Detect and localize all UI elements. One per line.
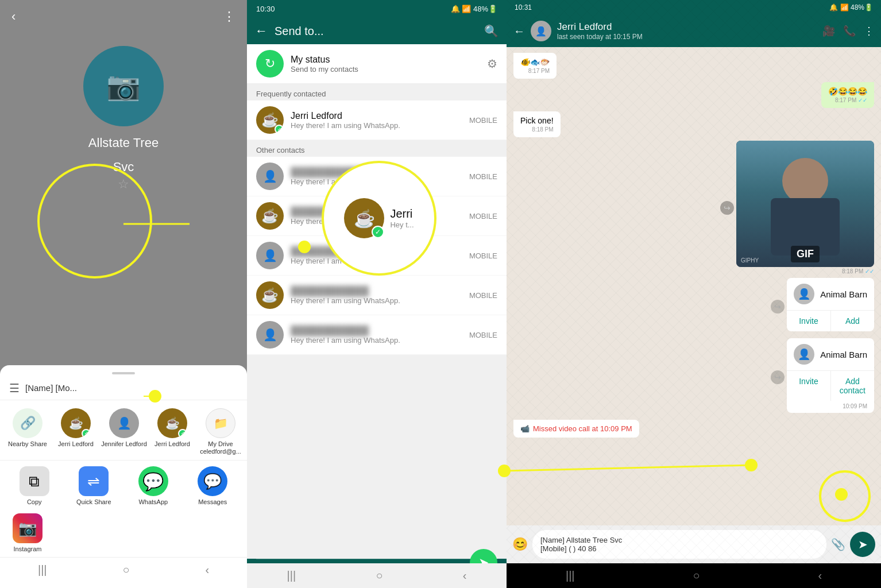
more-options-button[interactable]: ⋮ [223,9,235,24]
chat-header: ← 👤 Jerri Ledford last seen today at 10:… [507,15,881,47]
jennifer-label: Jennifer Ledford [101,440,147,448]
msg-bubble-fish: 🐠🐟🐡 8:17 PM [513,53,557,79]
jerri-info: Jerri Ledford Hey there! I am using What… [291,111,469,130]
contact-row-5[interactable]: 👤 ████████████ Hey there! I am using Wha… [247,315,507,355]
contact-name: Allstate Tree [88,136,159,150]
contact-info-4: ████████████ Hey there! I am using Whats… [291,286,469,305]
messages-app[interactable]: 💬 Messages [190,466,235,505]
add-contact-button[interactable]: Add contact [831,371,874,401]
contact-row-jerri[interactable]: ☕ ✓ Jerri Ledford Hey there! I am using … [247,100,507,140]
sheet-handle [112,372,135,374]
quickshare-label: Quick Share [76,498,111,505]
msg-gif-container: ↪ GIF GIPHY 8:18 PM ✓✓ [736,141,874,274]
add-button[interactable]: Add [831,311,874,331]
card2-buttons: Invite Add contact [787,371,874,401]
gif-checks: ✓✓ [865,268,874,274]
msg-laugh-time: 8:17 PM ✓✓ [828,97,867,103]
invite-button[interactable]: Invite [787,311,830,331]
nav-back-icon[interactable]: ‹ [818,569,822,582]
contact-avatar[interactable]: 👤 [531,21,551,41]
quickshare-app[interactable]: ⇌ Quick Share [71,466,117,505]
sheet-header: ☰ [Name] [Mo... [0,381,247,400]
jerri-sub: Hey there! I am using WhatsApp. [291,121,469,130]
msg-contact-card-1: ↪ 👤 Animal Barn Invite Add [513,278,874,335]
contacts-row: 🔗 Nearby Share ☕ ✓ Jerri Ledford 👤 Jenni… [0,400,247,458]
jerri-mag-check-badge: ✓ [372,226,384,238]
contact-name: Jerri Ledford [557,21,817,33]
nav-menu-icon[interactable]: ||| [38,563,47,577]
copy-label: Copy [27,498,42,505]
animal-barn-card-1: 👤 Animal Barn Invite Add [787,278,874,331]
mobile-4: MOBILE [469,291,497,300]
jerri-mobile: MOBILE [469,116,497,125]
nav-back-icon[interactable]: ‹ [463,569,467,582]
missed-call-icon: 📹 [520,424,530,433]
search-button[interactable]: 🔍 [484,24,499,38]
panel-chat: 10:31 🔔 📶 48%🔋 ← 👤 Jerri Ledford last se… [507,0,881,588]
share-contact-jennifer[interactable]: 👤 Jennifer Ledford [101,408,147,455]
share-contact-jerri[interactable]: ☕ ✓ Jerri Ledford [53,408,99,455]
settings-icon[interactable]: ⚙ [487,57,497,71]
contact-row-4[interactable]: ☕ ████████████ Hey there! I am using Wha… [247,276,507,315]
contact-name-5: ████████████ [291,326,469,336]
msg-laugh: 🤣😂😂😂 8:17 PM ✓✓ [513,82,874,108]
more-options-icon[interactable]: ⋮ [864,25,874,37]
favorite-icon[interactable]: ☆ [118,177,129,192]
attach-icon[interactable]: 📎 [831,537,845,551]
contact-avatar-3: 👤 [256,242,284,269]
contact-name-4: ████████████ [291,286,469,296]
jerri-mag-avatar: ☕ ✓ [344,198,384,238]
emoji-icon[interactable]: 😊 [512,537,528,552]
contact-status: last seen today at 10:15 PM [557,33,817,41]
back-button[interactable]: ‹ [11,9,16,24]
back-button[interactable]: ← [513,25,525,38]
contact-info: Jerri Ledford last seen today at 10:15 P… [557,21,817,41]
status-icons: 🔔 📶 48%🔋 [829,3,873,11]
nav-menu-icon[interactable]: ||| [287,569,296,582]
share-icon-card1[interactable]: ↪ [771,300,785,314]
nav-home-icon[interactable]: ○ [693,569,700,582]
share-icon-card2[interactable]: ↪ [771,370,785,384]
missed-call-label: Missed video call at 10:09 PM [533,424,632,433]
video-call-icon[interactable]: 🎥 [822,25,835,37]
share-contact-jerri2[interactable]: ☕ ✓ Jerri Ledford [149,408,195,455]
whatsapp-app[interactable]: 💬 WhatsApp [130,466,176,505]
share-contact-nearby[interactable]: 🔗 Nearby Share [5,408,51,455]
contact-info-5: ████████████ Hey there! I am using Whats… [291,326,469,345]
my-status-name: My status [291,55,487,65]
jerri-avatar: ☕ ✓ [256,106,284,134]
msg-laugh-text: 🤣😂😂😂 [828,87,867,96]
jerri-label: Jerri Ledford [58,440,94,448]
back-button[interactable]: ← [255,24,268,38]
messages-icon: 💬 [198,466,227,496]
my-status-row[interactable]: ↻ My status Send to my contacts ⚙ [247,44,507,84]
message-input[interactable]: [Name] Allstate Tree Svc [Mobile] ( ) 40… [532,530,826,559]
giphy-label: GIPHY [741,257,759,264]
instagram-app[interactable]: 📷 Instagram [5,513,51,552]
card-name: Animal Barn [820,289,867,299]
nav-home-icon[interactable]: ○ [122,563,129,577]
share-icon[interactable]: ↪ [720,201,734,215]
jerri-magnify-content: ☕ ✓ Jerri Hey t... [338,192,419,244]
gif-label: GIF [791,246,820,262]
copy-app[interactable]: ⧉ Copy [11,466,57,505]
copy-icon: ⧉ [20,466,49,496]
phone-call-icon[interactable]: 📞 [843,25,856,37]
camera-icon: 📷 [106,70,141,102]
instagram-icon: 📷 [13,513,42,543]
msg-bubble-pickone: Pick one! 8:18 PM [513,111,561,137]
msg-missed-call: 📹 Missed video call at 10:09 PM [513,420,874,438]
share-contact-mydrive[interactable]: 📁 My Drive celedford@g... [198,408,244,455]
msg-gif: ↪ GIF GIPHY 8:18 PM ✓✓ [513,141,874,274]
nearby-share-label: Nearby Share [8,440,47,448]
my-status-subtitle: Send to my contacts [291,65,487,74]
msg-pickone-text: Pick one! [520,116,554,125]
invite-button-2[interactable]: Invite [787,371,830,401]
msg-fish: 🐠🐟🐡 8:17 PM [513,53,874,79]
nav-home-icon[interactable]: ○ [376,569,382,582]
nav-menu-icon[interactable]: ||| [566,569,575,582]
bottom-nav: ||| ○ ‹ [507,563,881,588]
nav-back-icon[interactable]: ‹ [205,563,209,577]
msg-pickone: Pick one! 8:18 PM [513,111,874,137]
send-button[interactable]: ➤ [850,532,875,557]
